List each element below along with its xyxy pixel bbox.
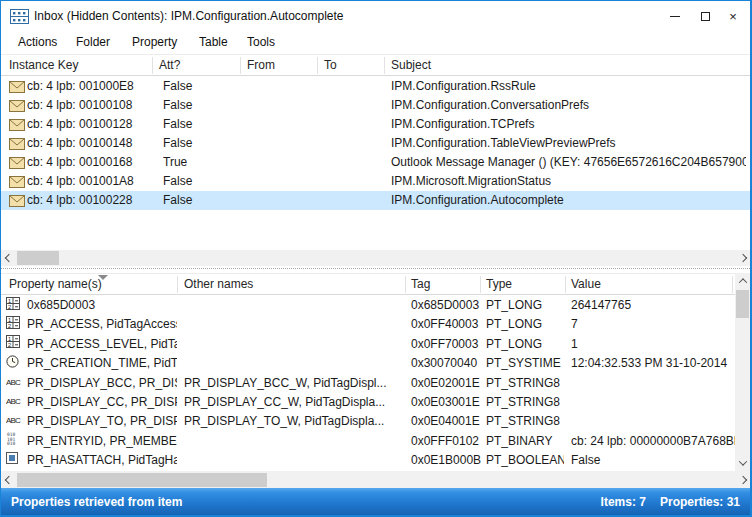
col-subject[interactable]: Subject: [391, 58, 431, 72]
col-att[interactable]: Att?: [159, 58, 180, 72]
col-instance-key[interactable]: Instance Key: [9, 58, 78, 72]
status-properties-count: Properties: 31: [660, 495, 740, 509]
binary-icon: 010101010: [6, 432, 24, 446]
status-bar: Properties retrieved from item Items: 7 …: [1, 488, 750, 515]
scroll-down-icon[interactable]: [735, 455, 750, 471]
svg-text:010: 010: [7, 441, 16, 445]
menu-tools[interactable]: Tools: [247, 35, 275, 49]
maximize-button[interactable]: [690, 1, 720, 31]
window-title: Inbox (Hidden Contents): IPM.Configurati…: [34, 9, 344, 23]
svg-text:ABC: ABC: [6, 416, 21, 425]
abc-icon: ABC: [6, 393, 24, 407]
col-value[interactable]: Value: [571, 277, 601, 291]
property-row[interactable]: ABC PR_DISPLAY_TO, PR_DISPLAY_T... PR_DI…: [1, 412, 735, 431]
menu-bar: Actions Folder Property Table Tools: [1, 32, 750, 54]
message-list: cb: 4 lpb: 001000E8 False IPM.Configurat…: [1, 77, 750, 210]
top-horizontal-scrollbar[interactable]: [1, 250, 750, 266]
envelope-icon: [9, 157, 25, 169]
scroll-up-icon[interactable]: [735, 273, 750, 289]
message-row[interactable]: cb: 4 lpb: 00100148 False IPM.Configurat…: [1, 134, 750, 153]
menu-table[interactable]: Table: [199, 35, 228, 49]
svg-text:1: 1: [8, 316, 11, 322]
envelope-icon: [9, 100, 25, 112]
scrollbar-thumb[interactable]: [736, 290, 749, 318]
svg-text:2: 2: [8, 303, 11, 309]
col-from[interactable]: From: [247, 58, 275, 72]
envelope-icon: [9, 119, 25, 131]
col-tag[interactable]: Tag: [411, 277, 430, 291]
property-row[interactable]: PR_HASATTACH, PidTagHasAt... 0x0E1B000B …: [1, 451, 735, 470]
envelope-icon: [9, 81, 25, 93]
col-property-names[interactable]: Property name(s): [9, 277, 102, 291]
menu-folder[interactable]: Folder: [76, 35, 110, 49]
col-type[interactable]: Type: [486, 277, 512, 291]
col-other-names[interactable]: Other names: [184, 277, 253, 291]
props-vertical-scrollbar[interactable]: [735, 273, 750, 471]
menu-property[interactable]: Property: [132, 35, 177, 49]
minimize-icon: [670, 16, 680, 17]
message-row-selected[interactable]: cb: 4 lpb: 00100228 False IPM.Configurat…: [1, 191, 750, 210]
envelope-icon: [9, 195, 25, 207]
scroll-right-icon[interactable]: [735, 471, 750, 488]
svg-text:1: 1: [8, 297, 11, 303]
message-row[interactable]: cb: 4 lpb: 00100128 False IPM.Configurat…: [1, 115, 750, 134]
title-bar: Inbox (Hidden Contents): IPM.Configurati…: [1, 1, 750, 32]
pane-splitter[interactable]: [1, 268, 750, 269]
message-row[interactable]: cb: 4 lpb: 00100108 False IPM.Configurat…: [1, 96, 750, 115]
boolean-icon: [6, 451, 24, 465]
property-row[interactable]: ABC PR_DISPLAY_CC, PR_DISPLAY_... PR_DIS…: [1, 393, 735, 412]
property-list-header: Property name(s) Other names Tag Type Va…: [1, 273, 750, 295]
menu-actions[interactable]: Actions: [18, 35, 57, 49]
number-icon: 12: [6, 315, 24, 329]
col-to[interactable]: To: [324, 58, 337, 72]
message-row[interactable]: cb: 4 lpb: 00100168 True Outlook Message…: [1, 153, 750, 172]
envelope-icon: [9, 176, 25, 188]
number-icon: 12: [6, 335, 24, 349]
message-row[interactable]: cb: 4 lpb: 001000E8 False IPM.Configurat…: [1, 77, 750, 96]
svg-text:2: 2: [8, 323, 11, 329]
close-icon: ×: [729, 10, 737, 23]
minimize-button[interactable]: [660, 1, 690, 31]
svg-text:ABC: ABC: [6, 396, 21, 405]
property-list: 12 0x685D0003 0x685D0003 PT_LONG 2641477…: [1, 296, 735, 471]
status-items-count: Items: 7: [601, 495, 646, 509]
property-row[interactable]: 12 0x685D0003 0x685D0003 PT_LONG 2641477…: [1, 296, 735, 315]
maximize-icon: [701, 12, 710, 21]
app-icon: [10, 9, 29, 24]
svg-text:ABC: ABC: [6, 377, 21, 386]
scroll-left-icon[interactable]: [1, 471, 16, 488]
number-icon: 12: [6, 296, 24, 310]
property-row[interactable]: PR_CREATION_TIME, PidTagCr... 0x30070040…: [1, 354, 735, 373]
property-row[interactable]: 010101010 PR_ENTRYID, PR_MEMBER_ENT... 0…: [1, 432, 735, 451]
scrollbar-thumb[interactable]: [17, 473, 267, 487]
svg-text:1: 1: [8, 336, 11, 342]
message-list-header: Instance Key Att? From To Subject: [1, 54, 750, 76]
scrollbar-thumb[interactable]: [17, 251, 59, 265]
clock-icon: [6, 354, 24, 368]
property-row[interactable]: 12 PR_ACCESS_LEVEL, PidTagAcce... 0x0FF7…: [1, 335, 735, 354]
sort-descending-icon: [98, 275, 108, 280]
mfcmapi-window: Inbox (Hidden Contents): IPM.Configurati…: [0, 0, 752, 517]
envelope-icon: [9, 138, 25, 150]
abc-icon: ABC: [6, 374, 24, 388]
props-horizontal-scrollbar[interactable]: [1, 471, 750, 488]
message-row[interactable]: cb: 4 lpb: 001001A8 False IPM.Microsoft.…: [1, 172, 750, 191]
svg-text:2: 2: [8, 342, 11, 348]
status-message: Properties retrieved from item: [11, 495, 182, 509]
scroll-left-icon[interactable]: [1, 250, 16, 266]
scroll-right-icon[interactable]: [735, 250, 750, 266]
close-button[interactable]: ×: [718, 1, 748, 31]
property-row[interactable]: 12 PR_ACCESS, PidTagAccess, pta... 0x0FF…: [1, 315, 735, 334]
property-row[interactable]: ABC PR_DISPLAY_BCC, PR_DISPLAY_... PR_DI…: [1, 374, 735, 393]
abc-icon: ABC: [6, 412, 24, 426]
